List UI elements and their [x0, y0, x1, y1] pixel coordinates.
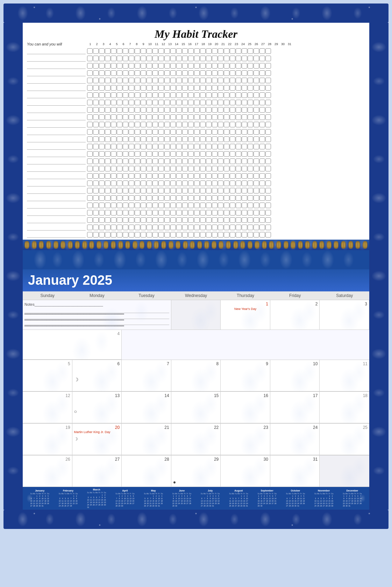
habit-cb-row4-day7[interactable] — [123, 70, 128, 76]
habit-cb-row10-day21[interactable] — [206, 114, 212, 120]
habit-cb-row11-day3[interactable] — [99, 122, 105, 127]
habit-cb-row18-day1[interactable] — [87, 173, 93, 179]
habit-cb-row10-day26[interactable] — [236, 114, 241, 120]
habit-cb-row23-day10[interactable] — [141, 210, 146, 215]
habit-cb-row23-day28[interactable] — [248, 210, 253, 215]
habit-cb-row19-day5[interactable] — [111, 181, 116, 186]
habit-cb-row20-day25[interactable] — [230, 188, 235, 193]
habit-cb-row21-day30[interactable] — [259, 195, 265, 201]
habit-cb-row17-day16[interactable] — [176, 166, 182, 171]
habit-cb-row4-day13[interactable] — [158, 70, 164, 76]
habit-cb-row8-day12[interactable] — [152, 100, 158, 105]
habit-cb-row22-day28[interactable] — [248, 203, 253, 208]
habit-cb-row16-day4[interactable] — [105, 158, 111, 164]
habit-cb-row5-day11[interactable] — [147, 78, 152, 83]
habit-cb-row13-day12[interactable] — [152, 136, 158, 142]
habit-cb-row22-day14[interactable] — [164, 203, 170, 208]
habit-cb-row21-day29[interactable] — [254, 195, 259, 201]
habit-cb-row17-day22[interactable] — [212, 166, 218, 171]
habit-cb-row5-day12[interactable] — [152, 78, 158, 83]
habit-cb-row21-day20[interactable] — [200, 195, 206, 201]
habit-cb-row23-day21[interactable] — [206, 210, 212, 215]
habit-cb-row18-day6[interactable] — [117, 173, 122, 179]
habit-cb-row18-day12[interactable] — [152, 173, 158, 179]
habit-cb-row6-day24[interactable] — [224, 85, 229, 91]
habit-cb-row24-day9[interactable] — [135, 217, 140, 223]
habit-cb-row16-day30[interactable] — [259, 158, 265, 164]
habit-cb-row1-day3[interactable] — [99, 48, 105, 54]
habit-cb-row24-day23[interactable] — [218, 217, 223, 223]
habit-cb-row2-day9[interactable] — [135, 56, 140, 61]
habit-cb-row10-day28[interactable] — [248, 114, 253, 120]
habit-cb-row25-day13[interactable] — [158, 225, 164, 230]
habit-cb-row25-day28[interactable] — [248, 225, 253, 230]
habit-cb-row18-day14[interactable] — [164, 173, 170, 179]
habit-cb-row9-day11[interactable] — [147, 107, 152, 113]
habit-cb-row3-day31[interactable] — [265, 63, 271, 69]
habit-cb-row18-day27[interactable] — [242, 173, 247, 179]
habit-cb-row2-day25[interactable] — [230, 56, 235, 61]
habit-cb-row11-day16[interactable] — [176, 122, 182, 127]
habit-cb-row7-day30[interactable] — [259, 92, 265, 98]
habit-cb-row1-day14[interactable] — [164, 48, 170, 54]
habit-cb-row4-day14[interactable] — [164, 70, 170, 76]
habit-cb-row14-day12[interactable] — [152, 144, 158, 149]
habit-cb-row20-day14[interactable] — [164, 188, 170, 193]
habit-cb-row17-day21[interactable] — [206, 166, 212, 171]
habit-cb-row11-day25[interactable] — [230, 122, 235, 127]
habit-cb-row23-day23[interactable] — [218, 210, 223, 215]
habit-cb-row1-day20[interactable] — [200, 48, 206, 54]
habit-cb-row18-day3[interactable] — [99, 173, 105, 179]
habit-cb-row4-day9[interactable] — [135, 70, 140, 76]
habit-cb-row10-day12[interactable] — [152, 114, 158, 120]
habit-cb-row2-day28[interactable] — [248, 56, 253, 61]
habit-cb-row6-day23[interactable] — [218, 85, 223, 91]
habit-cb-row3-day3[interactable] — [99, 63, 105, 69]
habit-cb-row22-day22[interactable] — [212, 203, 218, 208]
habit-cb-row2-day14[interactable] — [164, 56, 170, 61]
habit-cb-row13-day30[interactable] — [259, 136, 265, 142]
habit-cb-row22-day18[interactable] — [188, 203, 194, 208]
habit-name-20[interactable] — [27, 188, 86, 194]
habit-cb-row9-day3[interactable] — [99, 107, 105, 113]
habit-cb-row14-day3[interactable] — [99, 144, 105, 149]
habit-cb-row20-day27[interactable] — [242, 188, 247, 193]
habit-cb-row21-day18[interactable] — [188, 195, 194, 201]
habit-cb-row25-day18[interactable] — [188, 225, 194, 230]
habit-cb-row26-day23[interactable] — [218, 232, 223, 238]
habit-cb-row17-day25[interactable] — [230, 166, 235, 171]
habit-cb-row17-day29[interactable] — [254, 166, 259, 171]
habit-cb-row7-day27[interactable] — [242, 92, 247, 98]
habit-cb-row12-day9[interactable] — [135, 129, 140, 135]
habit-cb-row11-day24[interactable] — [224, 122, 229, 127]
habit-cb-row22-day10[interactable] — [141, 203, 146, 208]
habit-cb-row22-day11[interactable] — [147, 203, 152, 208]
habit-cb-row3-day7[interactable] — [123, 63, 128, 69]
habit-cb-row4-day5[interactable] — [111, 70, 116, 76]
habit-cb-row17-day10[interactable] — [141, 166, 146, 171]
habit-cb-row19-day24[interactable] — [224, 181, 229, 186]
habit-cb-row2-day16[interactable] — [176, 56, 182, 61]
habit-cb-row15-day25[interactable] — [230, 151, 235, 157]
habit-cb-row5-day18[interactable] — [188, 78, 194, 83]
habit-cb-row6-day21[interactable] — [206, 85, 212, 91]
habit-cb-row15-day13[interactable] — [158, 151, 164, 157]
habit-cb-row22-day9[interactable] — [135, 203, 140, 208]
habit-cb-row24-day25[interactable] — [230, 217, 235, 223]
habit-cb-row4-day24[interactable] — [224, 70, 229, 76]
habit-cb-row21-day24[interactable] — [224, 195, 229, 201]
habit-cb-row12-day26[interactable] — [236, 129, 241, 135]
habit-cb-row20-day28[interactable] — [248, 188, 253, 193]
habit-cb-row16-day11[interactable] — [147, 158, 152, 164]
habit-cb-row13-day14[interactable] — [164, 136, 170, 142]
habit-cb-row18-day9[interactable] — [135, 173, 140, 179]
habit-cb-row19-day14[interactable] — [164, 181, 170, 186]
habit-cb-row1-day4[interactable] — [105, 48, 111, 54]
habit-cb-row5-day2[interactable] — [93, 78, 99, 83]
habit-cb-row8-day30[interactable] — [259, 100, 265, 105]
habit-cb-row9-day30[interactable] — [259, 107, 265, 113]
habit-cb-row1-day25[interactable] — [230, 48, 235, 54]
habit-cb-row13-day10[interactable] — [141, 136, 146, 142]
habit-cb-row21-day10[interactable] — [141, 195, 146, 201]
habit-cb-row17-day7[interactable] — [123, 166, 128, 171]
